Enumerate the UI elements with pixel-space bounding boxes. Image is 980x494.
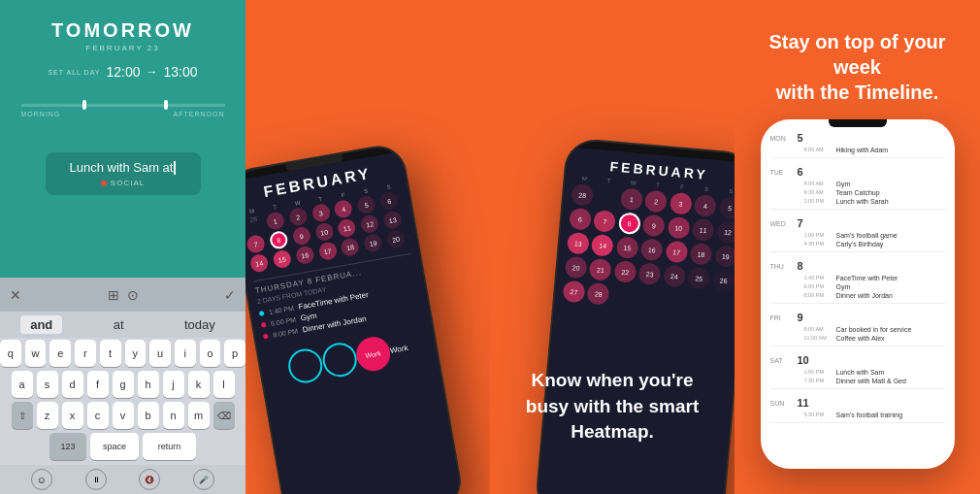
- suggestion-at[interactable]: at: [104, 315, 134, 334]
- set-all-day-label: SET ALL DAY: [48, 69, 100, 76]
- key-u[interactable]: u: [149, 340, 171, 367]
- key-x[interactable]: x: [62, 402, 83, 429]
- keyboard: ✕ ⊞ ⊙ ✓ and at today q w e r t y u i o p: [0, 278, 245, 494]
- key-p[interactable]: p: [224, 340, 245, 367]
- tomorrow-label: TOMORROW: [51, 19, 194, 42]
- key-return[interactable]: return: [143, 433, 196, 460]
- key-c[interactable]: c: [87, 402, 109, 429]
- key-q[interactable]: q: [0, 340, 21, 367]
- timeline-content-area: MON 5 8:00 AM Hiking with Adam TUE 6 8:0…: [761, 127, 955, 469]
- key-shift[interactable]: ⇧: [12, 402, 33, 429]
- time-end: 13:00: [164, 64, 198, 80]
- tl-divider: [770, 157, 945, 158]
- key-j[interactable]: j: [163, 371, 184, 398]
- tl-divider: [770, 422, 945, 423]
- grid-icon[interactable]: ⊞: [108, 287, 119, 303]
- key-f[interactable]: f: [87, 371, 109, 398]
- key-a[interactable]: a: [12, 371, 33, 398]
- key-b[interactable]: b: [138, 402, 159, 429]
- timeline-section-tue: TUE 6 8:00 AM Gym 9:30 AM Team Catchup 1…: [770, 166, 945, 210]
- panel-heatmap: Know when you'rebusy with the smartHeatm…: [490, 0, 735, 494]
- key-d[interactable]: d: [62, 371, 83, 398]
- check-icon[interactable]: ✓: [224, 287, 236, 303]
- tl-event: 1:00 PM Lunch with Sam: [804, 369, 945, 376]
- suggestion-today[interactable]: today: [175, 315, 225, 334]
- kb-row-3: ⇧ z x c v b n m ⌫: [0, 400, 245, 431]
- timeline-section-wed: WED 7 1:00 PM Sam's football game 4:30 P…: [770, 217, 945, 252]
- key-r[interactable]: r: [75, 340, 96, 367]
- key-v[interactable]: v: [113, 402, 134, 429]
- circle-indicator-1: [286, 346, 326, 386]
- tl-divider: [770, 346, 945, 346]
- tl-event: 1:40 PM FaceTime with Peter: [804, 275, 945, 281]
- panel-teal: TOMORROW FEBRUARY 23 SET ALL DAY 12:00 →…: [0, 0, 245, 494]
- event-text: Lunch with Sam at: [55, 160, 191, 175]
- tl-dow-wed: WED: [770, 220, 790, 227]
- tl-event: 1:00 PM Lunch with Sarah: [804, 198, 945, 205]
- tl-event: 6:00 PM Gym: [804, 283, 945, 290]
- social-label: SOCIAL: [111, 179, 145, 187]
- tl-date-11: 11: [798, 397, 812, 409]
- key-l[interactable]: l: [213, 371, 235, 398]
- tl-divider: [770, 303, 945, 304]
- afternoon-label: AFTERNOON: [174, 111, 225, 117]
- key-numbers[interactable]: 123: [49, 433, 86, 460]
- kb-row-2: a s d f g h j k l: [0, 369, 245, 400]
- tl-date-10: 10: [798, 354, 812, 366]
- key-m[interactable]: m: [188, 402, 210, 429]
- suggestion-and[interactable]: and: [20, 315, 62, 334]
- key-k[interactable]: k: [188, 371, 210, 398]
- tl-event: 8:00 AM Car booked in for service: [804, 326, 945, 333]
- key-space[interactable]: space: [90, 433, 139, 460]
- key-g[interactable]: g: [113, 371, 134, 398]
- mic-icon[interactable]: 🎤: [193, 469, 214, 490]
- timeline-section-mon: MON 5 8:00 AM Hiking with Adam: [770, 132, 945, 158]
- key-s[interactable]: s: [37, 371, 58, 398]
- timeline-section-fri: FRI 9 8:00 AM Car booked in for service …: [770, 312, 945, 346]
- emoji-icon[interactable]: ☺: [31, 469, 52, 490]
- key-n[interactable]: n: [163, 402, 184, 429]
- timeline-phone: MON 5 8:00 AM Hiking with Adam TUE 6 8:0…: [761, 119, 955, 469]
- tl-date-6: 6: [798, 166, 812, 178]
- social-dot: [101, 181, 107, 186]
- tl-dow-sat: SAT: [770, 357, 790, 364]
- key-e[interactable]: e: [49, 340, 71, 367]
- tl-dow-thu: THU: [770, 263, 790, 270]
- key-z[interactable]: z: [37, 402, 58, 429]
- circle-indicator-2: [319, 341, 359, 380]
- ruler-ticks: [21, 121, 225, 133]
- tl-divider: [770, 251, 945, 252]
- tl-dow-sun: SUN: [770, 400, 790, 407]
- key-t[interactable]: t: [100, 340, 121, 367]
- timeline-section-sat: SAT 10 1:00 PM Lunch with Sam 7:30 PM Di…: [770, 354, 945, 389]
- close-icon[interactable]: ✕: [10, 287, 21, 303]
- kb-row-4: 123 space return: [0, 431, 245, 465]
- tl-event: 11:00 AM Coffee with Alex: [804, 335, 945, 342]
- tl-dow-mon: MON: [770, 135, 790, 142]
- tl-date-5: 5: [798, 132, 812, 144]
- key-h[interactable]: h: [138, 371, 159, 398]
- morning-label: MORNING: [21, 111, 61, 117]
- time-arrow: →: [147, 65, 158, 79]
- tl-date-9: 9: [798, 312, 812, 323]
- tl-date-8: 8: [798, 260, 812, 272]
- key-i[interactable]: i: [175, 340, 196, 367]
- tl-date-7: 7: [798, 217, 812, 229]
- heatmap-tagline: Know when you'rebusy with the smartHeatm…: [490, 368, 735, 445]
- key-o[interactable]: o: [200, 340, 221, 367]
- settings-icon[interactable]: ⊙: [127, 287, 139, 303]
- tl-event: 1:00 PM Sam's football game: [804, 232, 945, 239]
- timeline-tagline: Stay on top of your weekwith the Timelin…: [735, 0, 980, 115]
- tl-event: 9:30 AM Team Catchup: [804, 189, 945, 196]
- mute-icon[interactable]: 🔇: [139, 469, 160, 490]
- kb-row-1: q w e r t y u i o p: [0, 338, 245, 369]
- pause-icon[interactable]: ⏸: [85, 469, 107, 490]
- key-w[interactable]: w: [25, 340, 47, 367]
- event-input-box[interactable]: Lunch with Sam at SOCIAL: [46, 152, 201, 195]
- tl-event: 8:00 PM Dinner with Jordan: [804, 292, 945, 299]
- tl-event: 4:30 PM Carly's Birthday: [804, 241, 945, 247]
- tl-dow-fri: FRI: [770, 314, 790, 321]
- key-y[interactable]: y: [125, 340, 147, 367]
- panel-timeline: Stay on top of your weekwith the Timelin…: [735, 0, 980, 494]
- key-delete[interactable]: ⌫: [213, 402, 235, 429]
